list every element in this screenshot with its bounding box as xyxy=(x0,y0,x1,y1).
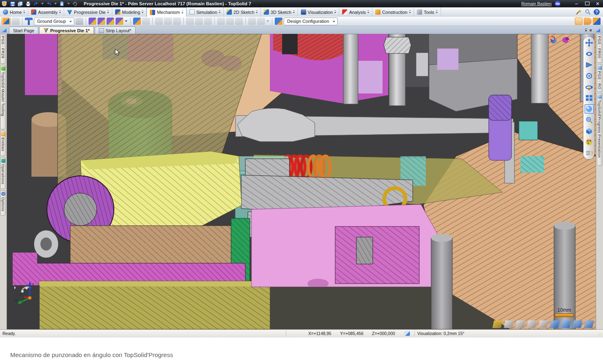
chevron-down-icon[interactable]: ▾ xyxy=(219,10,220,14)
design-configuration-select[interactable]: Design Configuration xyxy=(284,18,338,25)
kinematic-link-alt-button[interactable] xyxy=(142,18,150,25)
viewport-layout-icon[interactable] xyxy=(585,94,593,102)
help-lines-icon[interactable]: ? xyxy=(585,149,593,157)
chevron-down-icon[interactable]: ▾ xyxy=(293,10,295,14)
motion-2-button[interactable] xyxy=(164,18,172,25)
constraint-2-button[interactable] xyxy=(257,18,265,25)
design-configuration-button[interactable] xyxy=(275,18,283,25)
tab-start-page[interactable]: Start Page xyxy=(9,27,38,34)
chevron-down-icon[interactable]: ▾ xyxy=(334,10,336,14)
ghost-icon-6[interactable] xyxy=(550,320,560,328)
close-document-icon[interactable]: × xyxy=(590,28,592,33)
angle-measure-1-button[interactable] xyxy=(186,18,194,25)
magnifier-sphere-icon[interactable] xyxy=(585,116,593,124)
ribbon-tab-assembly[interactable]: Assembly▾ xyxy=(28,7,64,17)
panel-tab-misumi-tooling[interactable]: TopSolid Misumi Tooling xyxy=(0,65,6,129)
palette-icon[interactable] xyxy=(585,138,593,146)
view-cube-icon[interactable] xyxy=(404,331,410,336)
motion-3-button[interactable] xyxy=(173,18,181,25)
slider-joint-button[interactable] xyxy=(98,18,105,25)
joint-dropdown-arrow[interactable] xyxy=(125,20,127,22)
presentation-bird-icon[interactable] xyxy=(561,36,570,44)
simulation-1-button[interactable] xyxy=(217,18,225,25)
chevron-down-icon[interactable]: ▾ xyxy=(436,10,438,14)
document-icon[interactable] xyxy=(1,27,7,33)
paste-dropdown-arrow[interactable] xyxy=(67,3,70,4)
ribbon-tab-simulation[interactable]: Simulation▾ xyxy=(187,7,224,17)
ghost-icon-7[interactable] xyxy=(561,320,571,328)
chevron-down-icon[interactable]: ▾ xyxy=(182,11,183,14)
minimize-button[interactable]: – xyxy=(571,0,582,7)
die-set-button[interactable] xyxy=(76,18,83,25)
ribbon-tab-modeling[interactable]: Modeling▾ xyxy=(112,7,147,17)
angle-measure-3-button[interactable] xyxy=(204,18,212,25)
ribbon-tab-3d-sketch[interactable]: 3D Sketch▾ xyxy=(261,7,298,17)
ghost-icon-1[interactable] xyxy=(492,320,503,328)
panel-tab-pgs-fr00[interactable]: PGS - FR00 xyxy=(597,34,602,63)
3d-viewport[interactable]: ? z x y 10mm xyxy=(7,34,596,329)
chevron-down-icon[interactable]: ▾ xyxy=(142,10,143,14)
inclusion-button[interactable] xyxy=(593,18,601,25)
user-avatar[interactable]: RB xyxy=(555,1,561,7)
angle-measure-2-button[interactable] xyxy=(195,18,203,25)
ghost-icon-9[interactable] xyxy=(584,320,594,328)
tab-strip-layout[interactable]: Strip Layout* xyxy=(95,27,136,34)
wizard-icon[interactable] xyxy=(576,9,582,15)
ribbon-tab-visualization[interactable]: Visualization▾ xyxy=(298,7,340,17)
chevron-down-icon[interactable]: ▾ xyxy=(367,10,369,14)
app-logo-icon[interactable] xyxy=(1,1,7,7)
refresh-icon[interactable] xyxy=(72,1,78,7)
ribbon-tab-mechanism[interactable]: Mechanism▾ xyxy=(147,7,186,17)
chevron-down-icon[interactable]: ▾ xyxy=(59,10,61,14)
undo-dropdown-arrow[interactable] xyxy=(41,3,44,4)
ribbon-tab-home[interactable]: Home▾ xyxy=(0,7,28,17)
help-icon[interactable]: ? xyxy=(594,9,600,15)
orbit-icon[interactable] xyxy=(585,50,593,58)
print-icon[interactable] xyxy=(25,1,31,7)
paste-icon[interactable] xyxy=(59,1,65,7)
motion-1-button[interactable] xyxy=(155,18,163,25)
tab-progressive-die[interactable]: Progressive Die 1* xyxy=(39,27,94,34)
chevron-down-icon[interactable]: ▾ xyxy=(409,10,411,14)
render-style-icon[interactable] xyxy=(585,105,593,113)
kinematic-link-button[interactable] xyxy=(133,18,141,25)
document-icon-right[interactable] xyxy=(594,27,601,33)
select-mode-button[interactable] xyxy=(575,18,583,25)
constraint-dropdown-arrow[interactable] xyxy=(267,20,269,22)
zoom-target-icon[interactable] xyxy=(585,72,593,80)
panel-tab-pgs-fr29[interactable]: PGS - FR29 xyxy=(0,34,6,64)
ghost-icon-2[interactable] xyxy=(504,320,514,328)
ground-group-button[interactable] xyxy=(25,18,33,25)
undo-icon[interactable] xyxy=(33,1,39,7)
ghost-icon-3[interactable] xyxy=(515,320,525,328)
rotate-view-icon[interactable] xyxy=(585,83,593,91)
ribbon-tab-tools[interactable]: Tools▾ xyxy=(414,7,441,17)
ghost-icon-5[interactable] xyxy=(538,320,548,328)
resize-grip[interactable]: .:: xyxy=(598,332,602,336)
tab-list-chevron-icon[interactable]: ▾ xyxy=(585,29,587,32)
pivot-joint-button[interactable] xyxy=(89,18,96,25)
chevron-down-icon[interactable]: ▾ xyxy=(23,10,25,14)
ribbon-tab-construction[interactable]: Construction▾ xyxy=(372,7,414,17)
anchor-cube-icon[interactable] xyxy=(549,36,558,44)
close-button[interactable]: × xyxy=(592,0,603,7)
panel-tab-progress-presentation[interactable]: TopSolid'Progress Presentation xyxy=(597,93,602,166)
ribbon-tab-2d-sketch[interactable]: 2D Sketch▾ xyxy=(224,7,261,17)
funnel-joint-button[interactable] xyxy=(116,18,123,25)
ribbon-tab-progressive-die[interactable]: Progressive Die▾ xyxy=(64,7,112,17)
panel-tab-entities[interactable]: Entities xyxy=(0,131,6,156)
copy-icon[interactable] xyxy=(18,1,23,7)
panel-tab-operations[interactable]: Operations xyxy=(0,157,6,189)
panel-tab-pgs-ro[interactable]: PGS - RO xyxy=(597,64,602,92)
simulation-2-button[interactable] xyxy=(226,18,234,25)
ground-group-select[interactable]: Ground Group xyxy=(34,18,74,25)
ghost-icon-8[interactable] xyxy=(572,320,583,328)
ghost-icon-4[interactable] xyxy=(527,320,537,328)
cam-joint-button[interactable] xyxy=(107,18,114,25)
panel-tab-options[interactable]: Options xyxy=(0,190,6,215)
user-account-link[interactable]: Romain Bastien xyxy=(521,1,552,6)
constraint-1-button[interactable] xyxy=(248,18,256,25)
redo-dropdown-arrow[interactable] xyxy=(54,3,57,4)
maximize-button[interactable] xyxy=(582,0,592,7)
redo-icon[interactable] xyxy=(46,1,52,7)
